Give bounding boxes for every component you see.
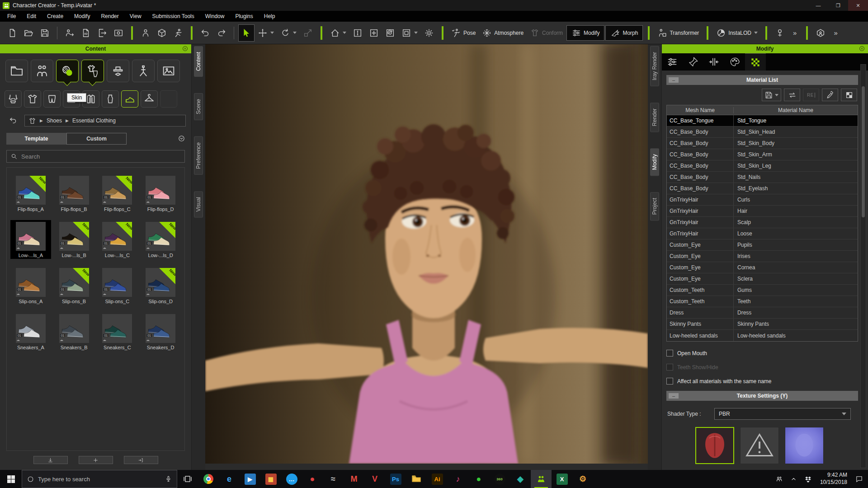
pose-button[interactable]: Pose — [448, 25, 478, 41]
side-tab-render[interactable]: Render — [650, 103, 659, 132]
taskbar-app-recorder-app[interactable]: ● — [302, 470, 323, 488]
taskbar-app-teal-app[interactable]: ◆ — [510, 470, 531, 488]
modify-tab-attribute[interactable] — [662, 53, 683, 70]
move-tool-button[interactable] — [255, 25, 277, 41]
morph-button[interactable]: Morph — [605, 25, 643, 41]
category-cloth[interactable] — [81, 60, 104, 82]
more-packs-button[interactable]: » — [829, 25, 842, 41]
taskbar-app-chrome[interactable] — [198, 470, 219, 488]
tray-people-icon[interactable] — [773, 470, 786, 488]
start-button[interactable] — [0, 470, 22, 488]
side-tab-preference[interactable]: Preference — [194, 136, 203, 175]
redo-button[interactable] — [214, 25, 229, 41]
menu-file[interactable]: File — [2, 11, 21, 22]
material-row[interactable]: GnTrixyHairLoose — [667, 228, 858, 239]
breadcrumb-shoes[interactable]: Shoes — [47, 117, 62, 124]
taskbar-search-input[interactable] — [38, 476, 161, 483]
material-row[interactable]: Custom_TeethGums — [667, 285, 858, 296]
menu-view[interactable]: View — [124, 11, 147, 22]
content-item-sneakers-b[interactable]: 01Sneakers_B — [54, 312, 94, 351]
taskbar-app-task-view[interactable] — [177, 470, 198, 488]
menu-window[interactable]: Window — [200, 11, 230, 22]
viewport-3d[interactable] — [205, 44, 648, 470]
frame-view-button[interactable] — [399, 25, 420, 41]
collapse-grid-icon[interactable] — [178, 135, 186, 143]
material-row[interactable]: CC_Base_BodyStd_Eyelash — [667, 183, 858, 194]
content-item-sneakers-d[interactable]: 01Sneakers_D — [140, 312, 181, 351]
material-row[interactable]: Custom_EyeCornea — [667, 262, 858, 273]
side-tab-project[interactable]: Project — [650, 192, 659, 221]
material-row[interactable]: DressDress — [667, 307, 858, 319]
material-row[interactable]: CC_Base_BodyStd_Nails — [667, 172, 858, 183]
home-view-button[interactable] — [327, 25, 349, 41]
transformer-button[interactable]: Transformer — [655, 25, 702, 41]
tab-custom[interactable]: Custom — [66, 133, 127, 145]
material-row[interactable]: Custom_TeethTeeth — [667, 296, 858, 307]
zoom-extents-button[interactable] — [350, 25, 365, 41]
microphone-icon[interactable] — [165, 475, 172, 483]
pan-view-button[interactable] — [366, 25, 382, 41]
rename-material-button[interactable]: RE — [803, 89, 819, 101]
checkbox-box[interactable] — [666, 350, 673, 357]
taskbar-app-music-app[interactable]: ♪ — [448, 470, 468, 488]
subcategory-dress[interactable] — [102, 90, 119, 108]
material-name-column-header[interactable]: Material Name — [734, 107, 858, 113]
taskbar-app-movies-app[interactable]: ▶ — [240, 470, 260, 488]
export-ic-button[interactable] — [78, 25, 94, 41]
content-item-low-ls-c[interactable]: New01Low-...ls_C — [97, 220, 138, 259]
missing-texture-thumbnail[interactable] — [740, 427, 779, 464]
content-item-low-ls-a[interactable]: 01Low-...ls_A — [10, 220, 51, 259]
category-accessories[interactable] — [132, 60, 155, 82]
modify-panel-scrollbar[interactable] — [860, 64, 866, 468]
save-material-button[interactable] — [762, 89, 781, 101]
side-tab-visual[interactable]: Visual — [194, 191, 203, 217]
checker-material-button[interactable] — [841, 89, 857, 101]
modify-tab-adjust[interactable] — [683, 53, 703, 70]
taskbar-app-green-app[interactable]: ● — [468, 470, 489, 488]
apply-item-button[interactable] — [124, 456, 158, 464]
taskbar-clock[interactable]: 9:42 AM 10/15/2018 — [816, 472, 851, 486]
menu-modify[interactable]: Modify — [69, 11, 95, 22]
content-item-sneakers-c[interactable]: 01Sneakers_C — [97, 312, 138, 351]
side-tab-scene[interactable]: Scene — [194, 93, 203, 120]
render-image-button[interactable] — [111, 25, 126, 41]
taskbar-app-audio-wave-app[interactable]: ≈ — [323, 470, 344, 488]
taskbar-app-v-player[interactable]: V — [364, 470, 385, 488]
material-row[interactable]: GnTrixyHairScalp — [667, 217, 858, 228]
material-row[interactable]: Skinny PantsSkinny Pants — [667, 319, 858, 330]
material-row[interactable]: Low-heeled sandalsLow-heeled sandals — [667, 330, 858, 341]
content-item-low-ls-b[interactable]: New01Low-...ls_B — [54, 220, 94, 259]
category-hats[interactable] — [107, 60, 129, 82]
save-project-button[interactable] — [37, 25, 52, 41]
material-row[interactable]: CC_Base_TongueStd_Tongue — [667, 115, 858, 127]
content-item-flip-flops-d[interactable]: 01Flip-flops_D — [140, 174, 181, 213]
content-pack-button[interactable] — [813, 25, 828, 41]
breadcrumb-essential-clothing[interactable]: Essential Clothing — [72, 117, 116, 124]
motion-mode-button[interactable] — [170, 25, 186, 41]
modify-tab-appearance[interactable] — [724, 53, 745, 70]
content-item-sneakers-a[interactable]: 01Sneakers_A — [10, 312, 51, 351]
move-down-button[interactable] — [33, 456, 68, 464]
menu-help[interactable]: Help — [259, 11, 281, 22]
more-tools-button[interactable]: » — [788, 25, 801, 41]
subcategory-underwear[interactable] — [5, 90, 22, 108]
light-settings-button[interactable] — [421, 25, 437, 41]
taskbar-app-excel-x-app[interactable]: X — [552, 470, 572, 488]
character-tool-button[interactable] — [772, 25, 788, 41]
taskbar-app-settings[interactable]: ⚙ — [572, 470, 593, 488]
add-item-button[interactable] — [79, 456, 113, 464]
material-row[interactable]: GnTrixyHairHair — [667, 206, 858, 217]
subcategory-tshirt[interactable] — [24, 90, 41, 108]
minimize-button[interactable]: — — [808, 0, 828, 11]
content-item-flip-flops-c[interactable]: New01Flip-flops_C — [97, 174, 138, 213]
category-actors[interactable] — [31, 60, 53, 82]
checkbox-box[interactable] — [666, 378, 673, 385]
taskbar-app-browser-360[interactable]: 360 — [489, 470, 510, 488]
taskbar-app-gmail[interactable]: M — [344, 470, 364, 488]
taskbar-app-edge[interactable]: e — [219, 470, 240, 488]
menu-create[interactable]: Create — [42, 11, 69, 22]
content-item-slip-ons-c[interactable]: 01Slip-ons_C — [97, 266, 138, 305]
close-button[interactable]: ✕ — [848, 0, 868, 11]
taskbar-app-chat-app[interactable]: … — [281, 470, 302, 488]
conform-button[interactable]: Conform — [527, 25, 566, 41]
